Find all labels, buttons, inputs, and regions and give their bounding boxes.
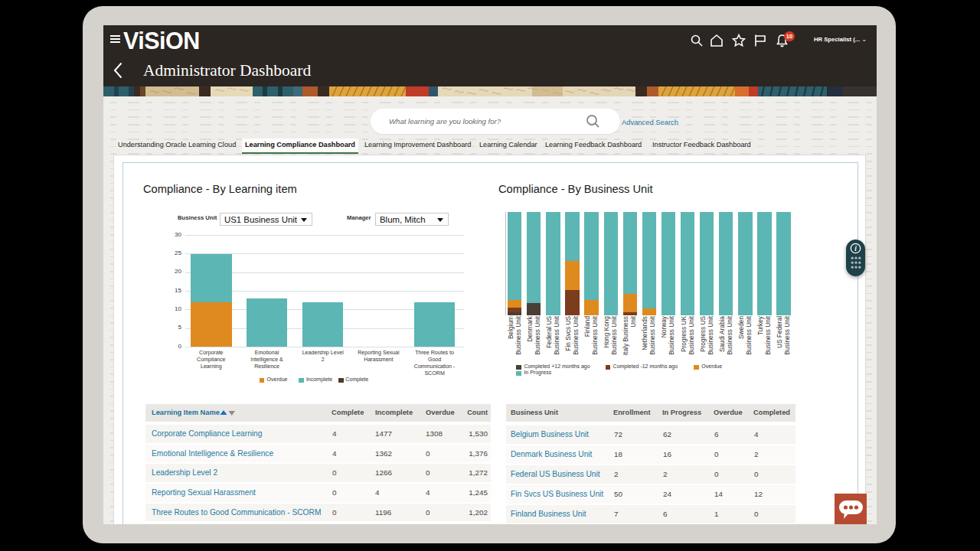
svg-text:i: i (854, 245, 857, 253)
